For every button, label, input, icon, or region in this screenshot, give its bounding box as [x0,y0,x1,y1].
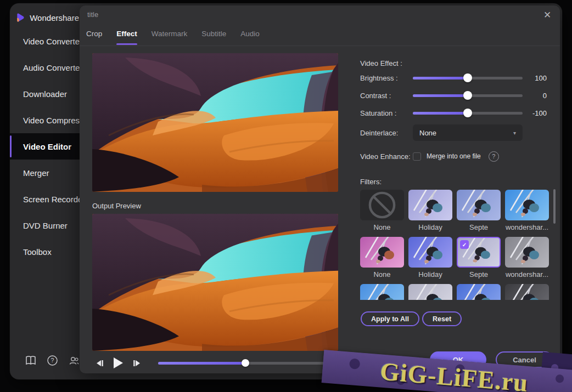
previous-frame-button[interactable] [92,356,106,370]
enhance-help-icon[interactable]: ? [489,151,499,162]
filters-scrollbar-thumb[interactable] [553,189,556,224]
filter-tile-septe[interactable]: ✓Septe [457,237,501,279]
sidebar-item-video-compressor[interactable]: Video Compressor [10,107,80,133]
filter-thumbnail-art [457,190,501,220]
active-accent-bar [10,109,12,131]
selected-check-icon: ✓ [460,240,469,249]
effect-settings-dialog: title ✕ CropEffectWatermarkSubtitleAudio… [80,5,560,373]
filter-tile-septe[interactable]: Septe [457,190,501,231]
previous-frame-icon [96,360,104,367]
slider-track[interactable] [413,94,523,97]
filter-label: Septe [457,223,501,231]
slider-thumb[interactable] [463,91,472,100]
account-icon[interactable] [69,356,80,366]
play-icon [113,357,124,369]
filter-tile-row3-10[interactable] [457,284,501,300]
merge-checkbox-label: Merge into one file [427,152,481,160]
apply-to-all-button[interactable]: Apply to All [361,311,419,326]
tab-watermark[interactable]: Watermark [152,30,188,45]
filter-tile-holiday[interactable]: Holiday [408,190,452,231]
filter-tile-none[interactable]: None [360,237,404,279]
sidebar-item-label: Video Converter [23,37,80,46]
filter-thumbnail-art [505,190,549,220]
sidebar-item-toolbox[interactable]: Toolbox [10,238,80,265]
slider-track[interactable] [413,77,523,79]
filter-tile-row3-8[interactable] [360,284,404,300]
sidebar-item-label: Video Compressor [23,116,80,125]
svg-text:?: ? [51,357,54,363]
filter-thumbnail-art [505,237,549,268]
source-preview-image [92,53,338,192]
slider-fill [413,77,468,79]
filter-thumbnail-art [457,284,501,300]
slider-value: -100 [525,109,547,117]
sidebar-item-downloader[interactable]: Downloader [10,81,80,107]
filter-label: Holiday [408,270,452,279]
video-enhance-label: Video Enhance: [360,152,413,161]
user-guide-icon[interactable] [25,356,36,366]
tab-crop[interactable]: Crop [86,30,102,45]
sidebar-item-video-converter[interactable]: Video Converter [10,28,80,54]
filter-thumbnail [505,237,549,268]
slider-track[interactable] [413,112,523,115]
slider-value: 0 [525,92,547,100]
sidebar-item-label: Video Editor [23,142,71,151]
brightness-slider-row: Brightness :100 [360,71,547,85]
sidebar-item-label: Downloader [23,89,67,99]
filter-tile-row3-9[interactable] [408,284,452,300]
next-frame-icon [133,360,141,367]
filter-tile-wondershar[interactable]: wondershar... [505,190,549,231]
slider-fill [413,94,468,97]
tab-subtitle[interactable]: Subtitle [201,30,226,45]
sidebar-item-label: Audio Converter [23,63,80,72]
playback-progress-thumb[interactable] [242,359,249,367]
filter-thumbnail-art [505,284,549,300]
playback-progress-slider[interactable] [158,362,333,365]
close-icon[interactable]: ✕ [541,9,553,21]
sidebar-item-audio-converter[interactable]: Audio Converter [10,54,80,81]
filter-tile-none[interactable]: None [360,190,404,231]
tab-effect[interactable]: Effect [116,30,137,45]
slider-value: 100 [525,74,547,82]
player-controls [92,355,338,371]
sidebar-item-label: DVD Burner [23,221,68,230]
deinterlace-select[interactable]: None ▾ [413,124,523,141]
merge-checkbox[interactable] [413,152,421,161]
sidebar-item-dvd-burner[interactable]: DVD Burner [10,212,80,238]
play-button[interactable] [109,356,127,370]
app-brand: Wondershare [15,9,79,26]
playback-progress-fill [158,362,245,365]
slider-label: Contrast : [360,92,413,100]
sidebar-item-label: Screen Recorder [23,195,80,204]
output-preview-image [92,214,338,351]
filter-thumbnail [360,284,404,300]
filters-grid-viewport: NoneHolidaySeptewondershar...NoneHoliday… [360,190,549,300]
saturation-slider-row: Saturation :-100 [360,106,547,120]
filter-thumbnail [505,284,549,300]
filter-thumbnail [408,237,452,268]
filter-label: Holiday [408,223,452,231]
help-icon[interactable]: ? [47,355,58,366]
filter-thumbnail [457,284,501,300]
app-brand-name: Wondershare [30,13,79,22]
slider-label: Brightness : [360,74,413,82]
sidebar-item-label: Toolbox [23,247,52,257]
tab-audio[interactable]: Audio [240,30,260,45]
sidebar-item-merger[interactable]: Merger [10,160,80,186]
filter-tile-row3-11[interactable] [505,284,549,300]
slider-fill [413,112,468,115]
active-accent-bar [10,83,12,105]
filter-thumbnail [408,190,452,220]
next-frame-button[interactable] [130,356,144,370]
filter-tile-wondershar[interactable]: wondershar... [505,237,549,279]
sidebar-item-video-editor[interactable]: Video Editor [10,133,80,160]
filter-thumbnail [408,284,452,300]
slider-thumb[interactable] [463,109,472,117]
filter-tile-holiday[interactable]: Holiday [408,237,452,279]
reset-button[interactable]: Reset [422,311,462,326]
slider-thumb[interactable] [463,73,472,82]
filters-section-label: Filters: [360,178,382,186]
sidebar-item-screen-recorder[interactable]: Screen Recorder [10,186,80,212]
active-accent-bar [10,188,12,210]
filter-label: None [360,223,404,231]
